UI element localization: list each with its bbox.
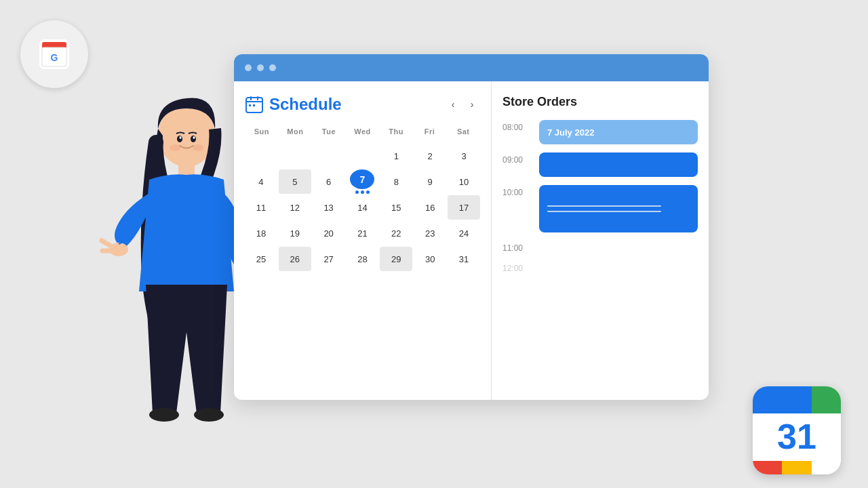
calendar-day-31[interactable]: 31 (448, 247, 480, 271)
calendar-day-27[interactable]: 27 (313, 247, 345, 271)
time-slot-0900: 09:00 (502, 152, 698, 177)
svg-rect-19 (257, 96, 258, 100)
day-header-mon: Mon (279, 125, 313, 138)
browser-window: Schedule ‹ › Sun Mon Tue Wed Thu Fri Sat (234, 54, 709, 400)
calendar-day-14[interactable]: 14 (347, 195, 379, 220)
gcal-mini-icon: G (39, 39, 69, 69)
browser-dot-3 (269, 64, 276, 71)
event-block-0900[interactable] (539, 152, 698, 177)
calendar-day-8[interactable]: 8 (380, 169, 412, 194)
day-header-wed: Wed (346, 125, 380, 138)
svg-point-13 (193, 136, 195, 139)
svg-point-8 (149, 408, 179, 422)
time-label-1200: 12:00 (502, 261, 531, 273)
browser-titlebar (234, 54, 709, 81)
calendar-day-22[interactable]: 22 (380, 221, 412, 245)
time-slot-0800: 08:00 7 July 2022 (502, 120, 698, 144)
nav-next-button[interactable]: › (464, 96, 480, 113)
calendar-day-3[interactable]: 3 (448, 144, 480, 168)
calendar-day-5[interactable]: 5 (279, 169, 311, 194)
schedule-panel: Store Orders 08:00 7 July 2022 09:00 10:… (492, 81, 709, 400)
calendar-day-30[interactable]: 30 (414, 247, 446, 271)
gcal-bottom-icon-container: 31 (753, 386, 841, 474)
svg-rect-18 (250, 96, 252, 100)
gcal-middle-section: 31 (753, 413, 841, 461)
event-line-2 (547, 211, 661, 212)
time-slot-1200: 12:00 (502, 261, 698, 273)
browser-dot-2 (257, 64, 264, 71)
calendar-day-11[interactable]: 11 (245, 195, 277, 220)
event-text-0800: 7 July 2022 (547, 127, 594, 138)
event-block-1000[interactable] (539, 185, 698, 232)
calendar-day-21[interactable]: 21 (347, 221, 379, 245)
calendar-day-empty (279, 144, 311, 168)
gcal-white-section (812, 461, 841, 474)
svg-point-12 (180, 136, 182, 139)
time-label-0800: 08:00 (502, 120, 531, 132)
calendar-day-7[interactable]: 7 (347, 169, 379, 194)
time-slot-1000: 10:00 (502, 185, 698, 232)
event-line-1 (547, 205, 661, 207)
calendar-icon (245, 95, 264, 114)
calendar-title-text: Schedule (269, 95, 342, 114)
calendar-day-12[interactable]: 12 (279, 195, 311, 220)
calendar-day-empty (347, 144, 379, 168)
calendar-day-9[interactable]: 9 (414, 169, 446, 194)
svg-point-14 (170, 144, 180, 151)
calendar-day-empty (313, 144, 345, 168)
calendar-day-6[interactable]: 6 (313, 169, 345, 194)
calendar-title: Schedule (245, 95, 342, 114)
svg-rect-21 (253, 104, 255, 106)
time-label-1000: 10:00 (502, 185, 531, 197)
calendar-day-26[interactable]: 26 (279, 247, 311, 271)
svg-rect-20 (249, 104, 251, 106)
store-orders-title: Store Orders (502, 95, 698, 109)
calendar-day-1[interactable]: 1 (380, 144, 412, 168)
gcal-red-section (753, 461, 782, 474)
gcal-blue-section (753, 386, 812, 413)
calendar-panel: Schedule ‹ › Sun Mon Tue Wed Thu Fri Sat (234, 81, 492, 400)
calendar-nav: ‹ › (445, 96, 480, 113)
calendar-day-13[interactable]: 13 (313, 195, 345, 220)
calendar-day-4[interactable]: 4 (245, 169, 277, 194)
gcal-bottom-bar (753, 461, 841, 474)
calendar-day-24[interactable]: 24 (448, 221, 480, 245)
browser-dot-1 (245, 64, 252, 71)
calendar-day-empty (245, 144, 277, 168)
gcal-yellow-section (782, 461, 811, 474)
calendar-header: Schedule ‹ › (245, 95, 480, 114)
calendar-day-29[interactable]: 29 (380, 247, 412, 271)
top-left-badge: G (20, 20, 88, 88)
calendar-day-2[interactable]: 2 (414, 144, 446, 168)
svg-point-11 (191, 136, 196, 142)
day-header-tue: Tue (312, 125, 346, 138)
nav-prev-button[interactable]: ‹ (445, 96, 461, 113)
time-label-0900: 09:00 (502, 152, 531, 165)
svg-point-10 (177, 136, 182, 142)
svg-point-15 (193, 144, 203, 151)
svg-text:G: G (51, 52, 58, 63)
calendar-day-19[interactable]: 19 (279, 221, 311, 245)
svg-rect-17 (246, 101, 262, 102)
gcal-day-number: 31 (777, 419, 816, 454)
calendar-day-16[interactable]: 16 (414, 195, 446, 220)
calendar-day-10[interactable]: 10 (448, 169, 480, 194)
calendar-day-15[interactable]: 15 (380, 195, 412, 220)
calendar-day-28[interactable]: 28 (347, 247, 379, 271)
calendar-day-23[interactable]: 23 (414, 221, 446, 245)
calendar-day-25[interactable]: 25 (245, 247, 277, 271)
svg-point-9 (194, 408, 224, 422)
day-header-sun: Sun (245, 125, 279, 138)
calendar-day-20[interactable]: 20 (313, 221, 345, 245)
event-block-0800[interactable]: 7 July 2022 (539, 120, 698, 144)
gcal-green-section (812, 386, 841, 413)
calendar-day-18[interactable]: 18 (245, 221, 277, 245)
calendar-day-17[interactable]: 17 (448, 195, 480, 220)
time-slot-1100: 11:00 (502, 241, 698, 253)
day-header-sat: Sat (446, 125, 480, 138)
gcal-top-bar (753, 386, 841, 413)
day-header-fri: Fri (413, 125, 447, 138)
gcal-bottom-icon: 31 (753, 386, 841, 474)
day-headers: Sun Mon Tue Wed Thu Fri Sat (245, 125, 480, 138)
day-header-thu: Thu (379, 125, 413, 138)
